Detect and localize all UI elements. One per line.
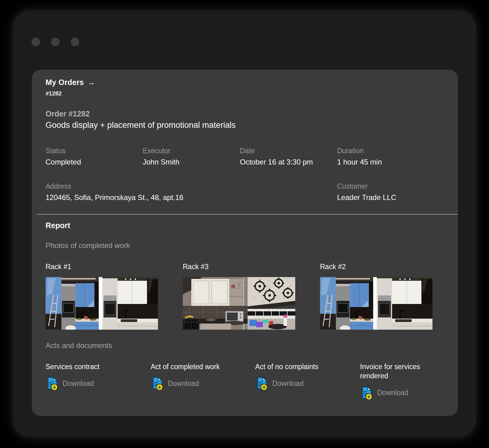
rack-item: Rack #1 — [46, 263, 158, 330]
document-download-icon — [360, 386, 373, 400]
field-status: Status Completed — [46, 147, 143, 166]
field-address-value: 120465, Sofia, Primorskaya St., 48, apt.… — [46, 193, 337, 202]
field-customer-label: Customer — [337, 182, 433, 191]
breadcrumb-order-ref: #1282 — [46, 90, 433, 97]
field-date-value: October 16 at 3:30 pm — [240, 158, 337, 166]
rack-item: Rack #2 — [320, 263, 432, 330]
field-date: Date October 16 at 3:30 pm — [240, 147, 337, 166]
order-heading: Order #1282 — [46, 109, 433, 118]
rack-label: Rack #2 — [320, 263, 432, 271]
arrow-right-icon: → — [87, 78, 95, 87]
field-status-value: Completed — [46, 158, 143, 166]
document-item: Act of no complaints Download — [255, 362, 360, 400]
photos-heading: Photos of completed work — [46, 241, 433, 250]
document-item: Invoice for services rendered Download — [360, 362, 433, 400]
download-label: Download — [168, 380, 199, 388]
field-duration-label: Duration — [337, 147, 433, 155]
order-card: My Orders → #1282 Order #1282 Goods disp… — [32, 70, 458, 416]
window-control-dot — [71, 38, 79, 46]
rack-photo[interactable] — [183, 277, 295, 330]
order-address-row: Address 120465, Sofia, Primorskaya St., … — [46, 182, 433, 202]
rack-label: Rack #3 — [183, 263, 295, 271]
document-title: Act of completed work — [151, 362, 242, 371]
field-customer-value: Leader Trade LLC — [337, 193, 433, 202]
download-label: Download — [272, 380, 303, 388]
rack-item: Rack #3 — [183, 263, 295, 330]
rack-photo[interactable] — [46, 277, 158, 330]
breadcrumb-my-orders-link[interactable]: My Orders — [46, 78, 84, 87]
field-executor-label: Executor — [143, 147, 240, 155]
window-controls — [31, 38, 79, 46]
document-download-icon — [255, 376, 268, 391]
app-window: My Orders → #1282 Order #1282 Goods disp… — [13, 10, 476, 437]
window-control-dot — [31, 38, 40, 46]
document-title: Services contract — [46, 362, 137, 371]
order-fields-row: Status Completed Executor John Smith Dat… — [46, 147, 433, 166]
documents-heading: Acts and documents — [46, 341, 433, 350]
download-button[interactable]: Download — [255, 376, 303, 391]
field-executor: Executor John Smith — [143, 147, 240, 166]
download-button[interactable]: Download — [151, 376, 199, 391]
download-button[interactable]: Download — [46, 376, 94, 391]
field-duration: Duration 1 hour 45 min — [337, 147, 433, 166]
document-title: Act of no complaints — [255, 362, 347, 371]
rack-photos-row: Rack #1 Rack #3 Rack #2 — [46, 263, 433, 330]
download-label: Download — [63, 380, 94, 388]
document-download-icon — [151, 376, 164, 391]
report-heading: Report — [46, 221, 433, 230]
rack-label: Rack #1 — [46, 263, 158, 271]
documents-row: Services contract Download Act of comple… — [46, 362, 433, 400]
download-label: Download — [377, 389, 408, 397]
document-item: Act of completed work Download — [151, 362, 255, 400]
section-divider — [37, 214, 458, 215]
download-button[interactable]: Download — [360, 386, 408, 400]
field-address: Address 120465, Sofia, Primorskaya St., … — [46, 182, 337, 202]
field-duration-value: 1 hour 45 min — [337, 158, 433, 166]
field-executor-value: John Smith — [143, 158, 240, 166]
order-title: Goods display + placement of promotional… — [46, 120, 433, 130]
rack-photo[interactable] — [320, 277, 432, 330]
document-title: Invoice for services rendered — [360, 362, 429, 381]
document-download-icon — [46, 376, 58, 391]
document-item: Services contract Download — [46, 362, 151, 400]
window-control-dot — [51, 38, 60, 46]
field-date-label: Date — [240, 147, 337, 155]
field-customer: Customer Leader Trade LLC — [337, 182, 433, 202]
breadcrumb[interactable]: My Orders → — [46, 78, 433, 87]
field-address-label: Address — [46, 182, 337, 191]
field-status-label: Status — [46, 147, 143, 155]
